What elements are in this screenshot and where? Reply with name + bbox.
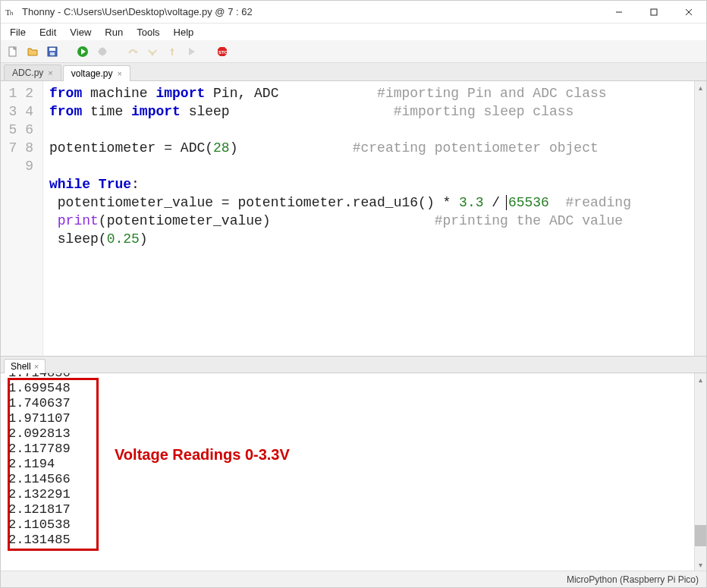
svg-marker-18 — [189, 48, 195, 55]
tab-label: voltage.py — [71, 68, 113, 79]
interpreter-label[interactable]: MicroPython (Raspberry Pi Pico) — [567, 574, 699, 585]
app-window: Th Thonny - C:\Users\User\Desktop\voltag… — [0, 0, 707, 588]
svg-text:h: h — [10, 10, 13, 17]
stop-icon[interactable]: STOP — [215, 44, 230, 59]
menu-run[interactable]: Run — [99, 25, 129, 39]
app-icon: Th — [5, 6, 17, 18]
editor-scrollbar[interactable]: ▴ — [694, 81, 706, 356]
svg-rect-8 — [49, 48, 55, 51]
menu-file[interactable]: File — [4, 25, 32, 39]
close-icon[interactable]: × — [34, 362, 39, 371]
close-icon[interactable]: × — [117, 69, 121, 78]
shell-tab[interactable]: Shell × — [4, 359, 46, 373]
open-file-icon[interactable] — [25, 44, 40, 59]
code-area[interactable]: from machine import Pin, ADC #importing … — [43, 81, 694, 356]
shell-body: 1.714856 1.699548 1.740637 1.971107 2.09… — [1, 373, 706, 571]
scroll-down-icon[interactable]: ▾ — [695, 558, 706, 571]
scroll-up-icon[interactable]: ▴ — [695, 373, 706, 385]
resume-icon[interactable] — [184, 44, 200, 59]
step-out-icon[interactable] — [165, 44, 180, 59]
svg-marker-16 — [151, 54, 154, 56]
shell-tab-label: Shell — [11, 361, 31, 372]
menu-help[interactable]: Help — [168, 25, 200, 39]
menu-view[interactable]: View — [64, 25, 97, 39]
shell-output[interactable]: 1.714856 1.699548 1.740637 1.971107 2.09… — [1, 373, 694, 571]
window-title: Thonny - C:\Users\User\Desktop\voltage.p… — [22, 6, 602, 17]
svg-rect-3 — [651, 9, 657, 15]
svg-text:STOP: STOP — [218, 50, 228, 55]
editor[interactable]: 1 2 3 4 5 6 7 8 9 from machine import Pi… — [1, 81, 706, 356]
svg-marker-17 — [170, 48, 174, 51]
toolbar: STOP — [1, 40, 706, 63]
run-icon[interactable] — [75, 44, 90, 59]
menubar: File Edit View Run Tools Help — [1, 24, 706, 40]
close-icon[interactable]: × — [48, 68, 52, 77]
save-file-icon[interactable] — [45, 44, 60, 59]
tab-adc[interactable]: ADC.py × — [4, 64, 61, 80]
menu-edit[interactable]: Edit — [33, 25, 62, 39]
shell-scrollbar[interactable]: ▴ ▾ — [694, 373, 706, 571]
close-button[interactable] — [671, 1, 706, 24]
minimize-button[interactable] — [602, 1, 636, 24]
step-over-icon[interactable] — [125, 44, 140, 59]
annotation-label: Voltage Readings 0-3.3V — [115, 446, 290, 464]
maximize-button[interactable] — [636, 1, 671, 24]
svg-rect-9 — [50, 52, 55, 55]
titlebar: Th Thonny - C:\Users\User\Desktop\voltag… — [1, 1, 706, 24]
step-into-icon[interactable] — [145, 44, 160, 59]
scroll-up-icon[interactable]: ▴ — [695, 81, 706, 93]
tab-voltage[interactable]: voltage.py × — [63, 65, 130, 81]
statusbar: MicroPython (Raspberry Pi Pico) — [1, 571, 706, 587]
debug-icon[interactable] — [95, 44, 110, 59]
menu-tools[interactable]: Tools — [130, 25, 165, 39]
tab-label: ADC.py — [12, 68, 43, 78]
editor-tabs: ADC.py × voltage.py × — [1, 63, 706, 81]
shell-panel: Shell × 1.714856 1.699548 1.740637 1.971… — [1, 356, 706, 571]
scroll-thumb[interactable] — [695, 525, 706, 546]
shell-tabs: Shell × — [1, 357, 706, 373]
line-gutter: 1 2 3 4 5 6 7 8 9 — [1, 81, 43, 356]
window-controls — [602, 1, 706, 24]
new-file-icon[interactable] — [5, 44, 20, 59]
